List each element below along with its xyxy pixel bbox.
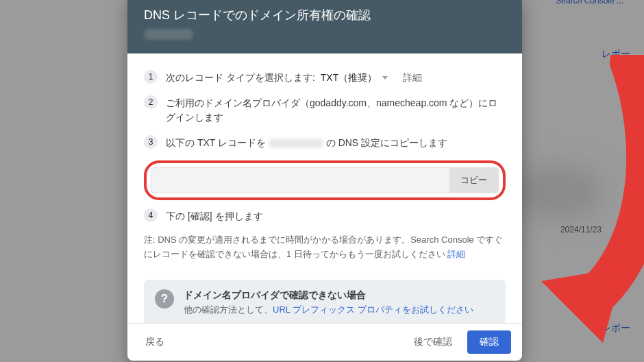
- chevron-down-icon: [382, 76, 388, 80]
- txt-record-input[interactable]: [151, 175, 449, 185]
- step3-domain-redacted: [269, 138, 323, 148]
- copy-button[interactable]: コピー: [449, 168, 498, 193]
- verify-button[interactable]: 確認: [467, 330, 511, 354]
- annotation-highlight: コピー: [144, 160, 506, 200]
- step4-text: 下の [確認] を押します: [166, 208, 506, 224]
- step2-text: ご利用のドメイン名プロバイダ（godaddy.com、namecheap.com…: [166, 95, 506, 125]
- step-2: 2 ご利用のドメイン名プロバイダ（godaddy.com、namecheap.c…: [144, 95, 506, 125]
- step-number: 2: [144, 95, 158, 109]
- verify-later-button[interactable]: 後で確認: [407, 330, 459, 354]
- step3-text-a: 以下の TXT レコードを: [166, 137, 269, 148]
- step1-detail-link[interactable]: 詳細: [403, 71, 422, 86]
- help-panel: ? ドメイン名プロバイダで確認できない場合 他の確認方法として、URL プレフィ…: [144, 280, 506, 323]
- step1-label: 次のレコード タイプを選択します:: [166, 71, 315, 86]
- step-number: 3: [144, 135, 158, 149]
- verify-domain-dialog: DNS レコードでのドメイン所有権の確認 1 次のレコード タイプを選択します:…: [127, 0, 522, 361]
- dialog-footer: 戻る 後で確認 確認: [127, 323, 522, 361]
- dialog-content: 1 次のレコード タイプを選択します: TXT（推奨） 詳細 2 ご利用のドメイ…: [127, 53, 522, 323]
- dialog-title: DNS レコードでのドメイン所有権の確認: [144, 7, 506, 23]
- step-1: 1 次のレコード タイプを選択します: TXT（推奨） 詳細: [144, 70, 506, 86]
- record-type-value: TXT（推奨）: [321, 71, 377, 86]
- help-url-prefix-link[interactable]: URL プレフィックス プロパティをお試しください: [273, 304, 473, 315]
- help-title: ドメイン名プロバイダで確認できない場合: [184, 289, 473, 302]
- step-3: 3 以下の TXT レコードを の DNS 設定にコピーします: [144, 135, 506, 151]
- step3-text-b: の DNS 設定にコピーします: [326, 137, 447, 148]
- txt-record-field: コピー: [151, 167, 499, 193]
- step-number: 4: [144, 208, 158, 222]
- step-4: 4 下の [確認] を押します: [144, 208, 506, 224]
- help-body-text: 他の確認方法として、: [184, 304, 273, 315]
- dialog-domain-redacted: [144, 29, 193, 40]
- record-type-dropdown[interactable]: TXT（推奨）: [321, 71, 388, 86]
- dns-note-link[interactable]: 詳細: [447, 249, 465, 259]
- dns-note: 注: DNS の変更が適用されるまでに時間がかかる場合があります。Search …: [144, 233, 506, 262]
- step-number: 1: [144, 70, 158, 84]
- back-button[interactable]: 戻る: [138, 330, 171, 354]
- dialog-header: DNS レコードでのドメイン所有権の確認: [127, 0, 522, 53]
- question-icon: ?: [155, 289, 174, 309]
